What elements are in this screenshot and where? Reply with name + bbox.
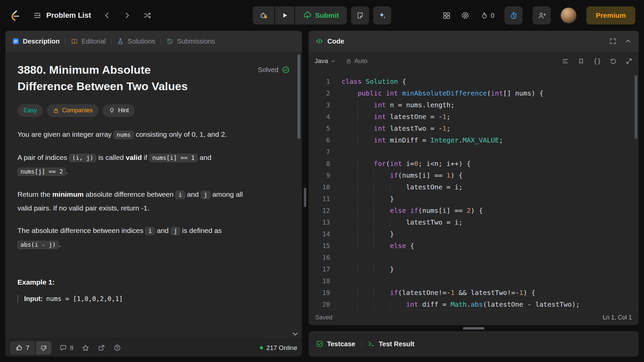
example-block: Input: nums = [1,0,0,2,0,1] (17, 295, 290, 303)
like-count: 7 (26, 344, 30, 352)
prev-problem-button[interactable] (103, 11, 111, 19)
random-problem-button[interactable] (143, 11, 151, 19)
dislike-button[interactable] (36, 341, 51, 355)
share-button[interactable] (98, 344, 105, 352)
ai-assistant-button[interactable] (373, 6, 391, 24)
description-tabbar: Description Editorial Solutions (5, 31, 302, 52)
code-line-text: else { (330, 240, 414, 252)
line-number: 13 (309, 217, 330, 228)
code-line[interactable]: 14 } (309, 228, 639, 240)
code-line[interactable]: 9 if(nums[i] == 1) { (309, 170, 639, 181)
online-count: 217 Online (266, 344, 297, 352)
nav-center: Submit (253, 6, 391, 24)
code-line[interactable]: 13 latestTwo = i; (309, 217, 639, 228)
code-line[interactable]: 1class Solution { (309, 76, 639, 87)
premium-button[interactable]: Premium (586, 6, 635, 24)
run-button[interactable] (275, 6, 294, 24)
maximize-editor-icon[interactable] (626, 58, 633, 65)
editor-scrollbar-thumb[interactable] (635, 75, 637, 139)
code-line[interactable]: 18 (309, 275, 639, 287)
code-line[interactable]: 5 int latestTwo = -1; (309, 123, 639, 134)
code-line[interactable]: 16 (309, 252, 639, 263)
code-line[interactable]: 19 if(latestOne!=-1 && latestTwo!=-1) { (309, 287, 639, 299)
description-content: 3880. Minimum Absolute Difference Betwee… (5, 52, 302, 339)
description-scrollbar-thumb[interactable] (298, 54, 300, 139)
line-number: 18 (309, 275, 330, 287)
code-line[interactable]: 12 else if(nums[i] == 2) { (309, 205, 639, 217)
line-number: 17 (309, 263, 330, 275)
tab-test-result[interactable]: Test Result (368, 340, 414, 348)
code-line[interactable]: 6 int minDiff = Integer.MAX_VALUE; (309, 134, 639, 146)
paragraph-text: consisting only of 0, 1, and 2. (134, 130, 227, 138)
testcase-check-icon (316, 340, 323, 348)
code-editor[interactable]: 1class Solution {2 public int minAbsolut… (309, 70, 639, 310)
line-number: 7 (309, 146, 330, 158)
notes-button[interactable] (351, 6, 369, 24)
code-line[interactable]: 4 int latestOne = -1; (309, 111, 639, 123)
collapse-panel-icon[interactable] (625, 38, 632, 45)
code-panel-header: Code (309, 31, 639, 52)
line-number: 4 (309, 111, 330, 123)
paragraph-text: if (142, 154, 149, 161)
code-line[interactable]: 17 } (309, 263, 639, 275)
debug-button[interactable] (253, 6, 274, 24)
cloud-upload-icon (303, 11, 312, 20)
inline-code: j (171, 227, 180, 235)
tab-editorial[interactable]: Editorial (71, 38, 106, 45)
code-line[interactable]: 2 public int minAbsoluteDifference(int[]… (309, 87, 639, 99)
fullscreen-icon[interactable] (609, 38, 616, 45)
snippets-braces-icon[interactable]: {} (593, 57, 601, 65)
line-number: 6 (309, 134, 330, 146)
panel-resize-handle[interactable] (463, 327, 484, 329)
code-line[interactable]: 15 else { (309, 240, 639, 252)
terminal-icon (368, 340, 375, 348)
code-icon (315, 37, 323, 45)
solved-label: Solved (258, 66, 278, 74)
code-line[interactable]: 7 (309, 146, 639, 158)
settings-gear-button[interactable] (461, 11, 470, 20)
paragraph-text: and (155, 227, 171, 234)
code-line[interactable]: 11 } (309, 193, 639, 205)
leetcode-logo-icon[interactable] (9, 9, 21, 21)
layout-grid-button[interactable] (442, 11, 451, 20)
difficulty-badge[interactable]: Easy (17, 104, 43, 117)
example-input-label: Input: (24, 295, 43, 303)
format-code-icon[interactable] (562, 58, 569, 65)
invite-user-button[interactable] (533, 6, 551, 24)
code-line[interactable]: 20 int diff = Math.abs(latestOne - lates… (309, 299, 639, 310)
scroll-down-icon[interactable] (291, 330, 299, 338)
companies-badge[interactable]: Companies (47, 104, 99, 117)
tab-description[interactable]: Description (12, 38, 60, 45)
next-problem-button[interactable] (123, 11, 131, 19)
code-line-text: } (330, 263, 394, 275)
code-line[interactable]: 3 int n = nums.length; (309, 99, 639, 111)
problem-list-link[interactable]: Problem List (33, 11, 91, 20)
horizontal-resize-handle[interactable] (304, 188, 306, 207)
title-row: 3880. Minimum Absolute Difference Betwee… (17, 62, 290, 95)
solutions-tab-icon (117, 38, 124, 45)
handle-row (309, 325, 639, 331)
tab-submissions[interactable]: Submissions (166, 38, 215, 45)
code-line[interactable]: 8 for(int i=0; i<n; i++) { (309, 158, 639, 170)
code-line[interactable]: 10 latestOne = i; (309, 181, 639, 193)
language-selector[interactable]: Java (315, 57, 336, 65)
star-button[interactable] (82, 344, 90, 352)
inline-code: i (145, 227, 155, 235)
tab-testcase[interactable]: Testcase (316, 340, 355, 348)
comments-button[interactable]: 8 (59, 344, 74, 352)
help-button[interactable] (113, 344, 121, 352)
line-number: 11 (309, 193, 330, 205)
like-button[interactable]: 7 (10, 341, 35, 355)
avatar[interactable] (561, 8, 576, 23)
bookmark-icon[interactable] (578, 58, 585, 65)
tab-solutions-label: Solutions (127, 38, 155, 45)
streak-counter[interactable]: 0 (480, 11, 494, 19)
hint-badge[interactable]: Hint (103, 104, 135, 117)
reset-code-icon[interactable] (610, 58, 617, 65)
tab-solutions[interactable]: Solutions (117, 38, 155, 45)
line-number: 15 (309, 240, 330, 252)
code-line-text: latestTwo = i; (330, 217, 463, 228)
hint-label: Hint (118, 107, 129, 114)
timer-button[interactable] (504, 6, 523, 24)
submit-button[interactable]: Submit (295, 6, 347, 24)
